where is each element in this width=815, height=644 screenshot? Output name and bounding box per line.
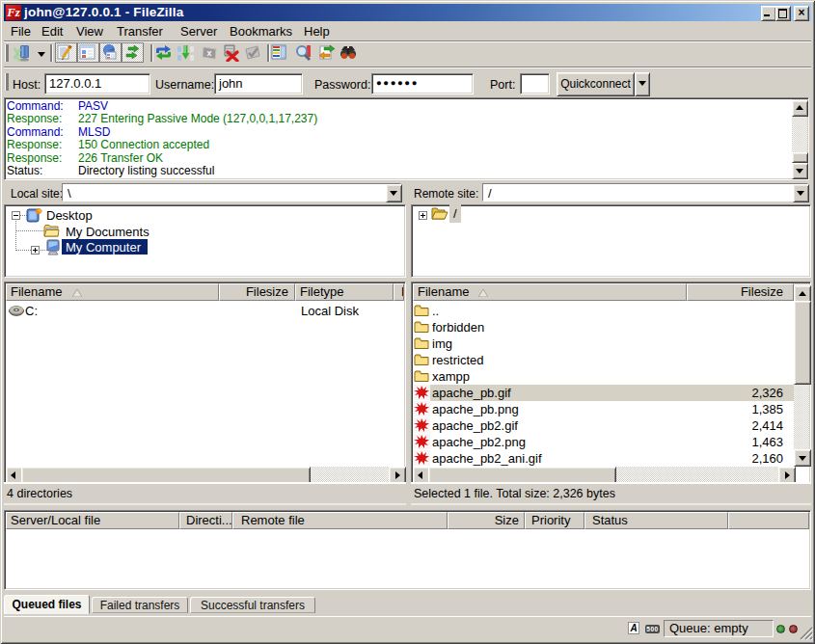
svg-text:x: x xyxy=(206,48,211,58)
